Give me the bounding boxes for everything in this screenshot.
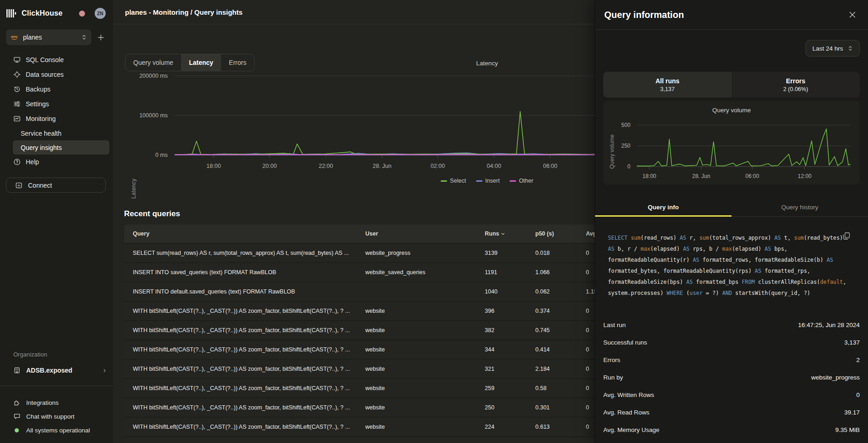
panel-tab-query-info[interactable]: Query info: [595, 198, 732, 216]
cell-query: WITH bitShiftLeft(CAST(?..), _CAST(?..))…: [124, 385, 357, 391]
sql-line: formatReadableQuantity(r) AS formatted_r…: [608, 254, 847, 265]
stat-label: Avg. Read Rows: [603, 409, 649, 416]
legend-swatch: [476, 180, 482, 182]
close-icon[interactable]: [846, 8, 859, 21]
stat-value: 16:47:25, Jun 28 2024: [798, 322, 860, 328]
stat-row-errors: Errors2: [603, 351, 860, 368]
cell-avg: 0: [577, 404, 595, 411]
page-title: planes - Monitoring / Query insights: [125, 8, 243, 16]
table-row[interactable]: SELECT sum(read_rows) AS r, sum(total_ro…: [124, 244, 595, 263]
sidebar-item-settings[interactable]: Settings: [0, 97, 113, 111]
recent-queries-table: QueryUserRunsp50 (s)Avg.SELECT sum(read_…: [124, 224, 595, 443]
column-header-avg-[interactable]: Avg.: [577, 230, 595, 237]
cell-query: WITH bitShiftLeft(CAST(?..), _CAST(?..))…: [124, 366, 357, 372]
column-header-label: User: [365, 230, 378, 237]
sidebar-footer-label: All systems operational: [26, 427, 90, 434]
table-header-row: QueryUserRunsp50 (s)Avg.: [124, 224, 595, 244]
organization-section-label: Organization: [13, 351, 113, 358]
x-tick-label: 04:00: [479, 163, 509, 169]
sidebar-footer-label: Integrations: [26, 399, 59, 406]
time-range-dropdown[interactable]: Last 24 hrs: [806, 40, 860, 57]
legend-item-insert[interactable]: Insert: [476, 178, 499, 184]
legend-item-other[interactable]: Other: [510, 178, 533, 184]
column-header-user[interactable]: User: [357, 230, 476, 237]
sidebar-item-sql-console[interactable]: SQL Console: [0, 52, 113, 67]
organization-item[interactable]: ADSB.exposed ›: [0, 363, 113, 377]
sidebar-item-label: Monitoring: [26, 115, 56, 122]
sidebar-item-data-sources[interactable]: Data sources: [0, 67, 113, 82]
mini-y-tick-label: 250: [603, 143, 630, 149]
column-header-p50-s-[interactable]: p50 (s): [527, 230, 577, 237]
sidebar-item-query-insights[interactable]: Query insights: [13, 140, 109, 155]
building-icon: [13, 367, 21, 374]
connect-icon: [15, 182, 23, 189]
table-row[interactable]: WITH bitShiftLeft(CAST(?..), _CAST(?..))…: [124, 340, 595, 360]
segment-errors[interactable]: Errors2 (0.06%): [732, 72, 860, 98]
mini-chart-title: Query volume: [603, 107, 860, 114]
stat-row-run-by: Run bywebsite_progress: [603, 368, 860, 386]
mini-x-tick-label: 28. Jun: [687, 173, 715, 179]
mini-x-tick-label: 06:00: [738, 173, 766, 179]
connect-button[interactable]: Connect: [6, 178, 106, 193]
table-row[interactable]: INSERT INTO default.saved_queries (text)…: [124, 282, 595, 302]
mini-x-tick-label: 12:00: [791, 173, 818, 179]
stat-row-avg-memory-usage: Avg. Memory Usage9.35 MiB: [603, 421, 860, 438]
sort-caret-icon: [501, 232, 505, 236]
table-row[interactable]: WITH bitShiftLeft(CAST(?..), _CAST(?..))…: [124, 437, 595, 443]
stat-row-avg-written-rows: Avg. Written Rows0: [603, 386, 860, 403]
cell-p50: 0.374: [527, 308, 577, 314]
column-header-query[interactable]: Query: [124, 230, 357, 237]
cell-runs: 224: [476, 424, 527, 430]
sidebar-item-monitoring[interactable]: Monitoring: [0, 111, 113, 126]
puzzle-icon: [13, 399, 21, 406]
backups-icon: [13, 86, 21, 93]
query-volume-card: Query volume Query volume 500250018:0028…: [603, 101, 860, 185]
table-row[interactable]: WITH bitShiftLeft(CAST(?..), _CAST(?..))…: [124, 321, 595, 340]
mini-y-tick-label: 500: [603, 122, 630, 128]
column-header-runs[interactable]: Runs: [476, 230, 527, 237]
sidebar-item-help[interactable]: Help: [0, 155, 113, 169]
table-row[interactable]: WITH bitShiftLeft(CAST(?..), _CAST(?..))…: [124, 379, 595, 398]
legend-item-select[interactable]: Select: [441, 178, 466, 184]
cell-avg: 0: [577, 366, 595, 372]
cell-runs: 250: [476, 404, 527, 411]
cell-p50: 0.613: [527, 424, 577, 430]
monitoring-icon: [13, 115, 21, 122]
x-tick-label: 02:00: [423, 163, 453, 169]
service-selector[interactable]: aws planes: [6, 29, 91, 45]
data-sources-icon: [13, 71, 21, 78]
panel-tab-query-history[interactable]: Query history: [732, 198, 868, 216]
sidebar-item-integrations[interactable]: Integrations: [0, 396, 113, 409]
cell-query: SELECT sum(read_rows) AS r, sum(total_ro…: [124, 250, 357, 256]
mini-y-tick-label: 0: [603, 163, 630, 170]
chat-icon: [13, 413, 21, 420]
table-row[interactable]: WITH bitShiftLeft(CAST(?..), _CAST(?..))…: [124, 418, 595, 437]
recent-queries-title: Recent queries: [124, 209, 180, 219]
sql-line: SELECT sum(read_rows) AS r, sum(total_ro…: [608, 232, 847, 243]
y-tick-label: 0 ms: [113, 152, 168, 158]
stat-value: 0: [856, 391, 860, 398]
cell-query: INSERT INTO default.saved_queries (text)…: [124, 288, 357, 295]
add-service-button[interactable]: [94, 31, 107, 44]
table-row[interactable]: WITH bitShiftLeft(CAST(?..), _CAST(?..))…: [124, 302, 595, 321]
chart-legend: SelectInsertOther: [175, 178, 595, 184]
selector-chevrons-icon: [81, 34, 87, 40]
table-row[interactable]: WITH bitShiftLeft(CAST(?..), _CAST(?..))…: [124, 360, 595, 379]
segment-all-runs[interactable]: All runs3,137: [603, 72, 732, 98]
cell-query: WITH bitShiftLeft(CAST(?..), _CAST(?..))…: [124, 327, 357, 334]
avatar[interactable]: ZN: [95, 8, 106, 19]
cell-avg: 0: [577, 346, 595, 353]
sidebar-item-label: Settings: [26, 100, 49, 108]
chevron-right-icon: ›: [103, 367, 106, 374]
sidebar-item-all-systems-operational[interactable]: All systems operational: [0, 423, 113, 437]
table-row[interactable]: WITH bitShiftLeft(CAST(?..), _CAST(?..))…: [124, 398, 595, 418]
copy-icon[interactable]: [842, 232, 851, 240]
table-row[interactable]: INSERT INTO saved_queries (text) FORMAT …: [124, 263, 595, 282]
sidebar-item-service-health[interactable]: Service health: [13, 126, 109, 140]
status-dot: [13, 426, 21, 434]
sidebar-item-backups[interactable]: Backups: [0, 82, 113, 97]
y-tick-label: 100000 ms: [113, 112, 168, 119]
stat-row-last-run: Last run16:47:25, Jun 28 2024: [603, 316, 860, 334]
legend-label: Insert: [485, 178, 499, 184]
sidebar-item-chat-with-support[interactable]: Chat with support: [0, 409, 113, 423]
